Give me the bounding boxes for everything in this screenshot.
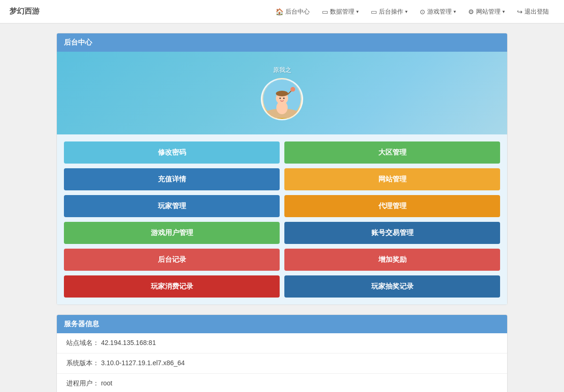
game-user-manage-button[interactable]: 游戏用户管理 xyxy=(64,222,280,244)
svg-point-4 xyxy=(276,91,288,96)
nav-game[interactable]: ⊙ 游戏管理 ▾ xyxy=(414,0,462,24)
chevron-down-icon: ▾ xyxy=(356,9,359,14)
server-info-row: 进程用户： root xyxy=(57,374,507,392)
server-info-table: 站点域名： 42.194.135.168:81 系统版本： 3.10.0-112… xyxy=(57,333,507,392)
svg-point-5 xyxy=(280,98,281,99)
svg-point-8 xyxy=(290,87,295,92)
add-reward-button[interactable]: 增加奖励 xyxy=(284,249,500,271)
change-password-button[interactable]: 修改密码 xyxy=(64,141,280,164)
server-info-body: 站点域名： 42.194.135.168:81 系统版本： 3.10.0-112… xyxy=(57,333,507,392)
game-icon: ⊙ xyxy=(420,8,425,16)
chevron-down-icon-2: ▾ xyxy=(405,9,407,14)
avatar-section: 原我之 xyxy=(57,52,507,134)
server-info-row: 站点域名： 42.194.135.168:81 xyxy=(57,333,507,353)
server-info-label: 站点域名： 42.194.135.168:81 xyxy=(57,333,507,353)
chevron-down-icon-3: ▾ xyxy=(454,9,456,14)
recharge-detail-button[interactable]: 充值详情 xyxy=(64,168,280,190)
dashboard-panel-body: 原我之 xyxy=(57,52,507,305)
brand: 梦幻西游 xyxy=(9,7,39,16)
dashboard-panel-header: 后台中心 xyxy=(57,33,507,52)
nav-data-label: 数据管理 xyxy=(330,8,354,16)
player-consume-button[interactable]: 玩家消费记录 xyxy=(64,275,280,298)
nav-site[interactable]: ⚙ 网站管理 ▾ xyxy=(462,0,510,24)
player-lottery-button[interactable]: 玩家抽奖记录 xyxy=(284,275,500,298)
nav-menu: 🏠 后台中心 ▭ 数据管理 ▾ ▭ 后台操作 ▾ ⊙ 游戏管理 ▾ ⚙ 网站管理… xyxy=(270,0,555,24)
server-info-label: 系统版本： 3.10.0-1127.19.1.el7.x86_64 xyxy=(57,353,507,374)
backend-log-button[interactable]: 后台记录 xyxy=(64,249,280,271)
nav-site-label: 网站管理 xyxy=(476,8,501,16)
chevron-down-icon-4: ▾ xyxy=(502,9,505,14)
logout-icon: ↪ xyxy=(517,8,523,16)
agent-manage-button[interactable]: 代理管理 xyxy=(284,195,500,217)
region-manage-button[interactable]: 大区管理 xyxy=(284,141,500,164)
nav-home-label: 后台中心 xyxy=(285,8,310,16)
account-trade-button[interactable]: 账号交易管理 xyxy=(284,222,500,244)
svg-point-6 xyxy=(283,98,285,99)
server-info-row: 系统版本： 3.10.0-1127.19.1.el7.x86_64 xyxy=(57,353,507,374)
nav-game-label: 游戏管理 xyxy=(427,8,452,16)
dashboard-buttons: 修改密码 大区管理 充值详情 网站管理 玩家管理 代理管理 游戏用户管理 账号交… xyxy=(57,134,507,305)
server-info-panel: 服务器信息 站点域名： 42.194.135.168:81 系统版本： 3.10… xyxy=(56,314,508,392)
dashboard-title: 后台中心 xyxy=(64,38,92,46)
ops-icon: ▭ xyxy=(371,8,377,16)
site-icon: ⚙ xyxy=(468,8,474,16)
navbar: 梦幻西游 🏠 后台中心 ▭ 数据管理 ▾ ▭ 后台操作 ▾ ⊙ 游戏管理 ▾ ⚙… xyxy=(0,0,564,24)
avatar xyxy=(261,78,303,120)
nav-logout-label: 退出登陆 xyxy=(525,8,549,16)
data-icon: ▭ xyxy=(322,8,328,16)
nav-home[interactable]: 🏠 后台中心 xyxy=(270,0,315,24)
server-info-header: 服务器信息 xyxy=(57,315,507,333)
main-content: 后台中心 原我之 xyxy=(47,24,517,392)
server-info-title: 服务器信息 xyxy=(64,320,99,328)
player-manage-button[interactable]: 玩家管理 xyxy=(64,195,280,217)
nav-ops[interactable]: ▭ 后台操作 ▾ xyxy=(365,0,413,24)
home-icon: 🏠 xyxy=(275,8,283,16)
avatar-image xyxy=(263,80,301,118)
dashboard-panel: 后台中心 原我之 xyxy=(56,33,508,305)
server-info-label: 进程用户： root xyxy=(57,374,507,392)
nav-logout[interactable]: ↪ 退出登陆 xyxy=(511,0,555,24)
nav-data[interactable]: ▭ 数据管理 ▾ xyxy=(316,0,364,24)
site-manage-button[interactable]: 网站管理 xyxy=(284,168,500,190)
nav-ops-label: 后台操作 xyxy=(379,8,403,16)
avatar-username: 原我之 xyxy=(273,66,291,74)
